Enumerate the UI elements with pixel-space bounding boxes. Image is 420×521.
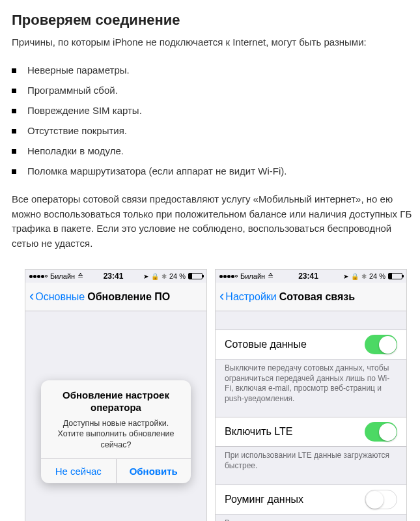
battery-percent: 24 % [169,272,186,280]
chevron-left-icon: ‹ [29,289,34,303]
nav-title: Сотовая связь [279,291,355,303]
alarm-icon: 🔒 [351,273,359,280]
location-icon: ➤ [143,273,148,280]
cellular-data-switch[interactable] [365,335,397,354]
roaming-switch[interactable] [365,490,397,509]
lte-row[interactable]: Включить LTE [216,417,406,446]
list-item: Повреждение SIM карты. [12,105,420,116]
back-button[interactable]: ‹ Настройки [219,290,277,304]
wifi-icon: ≙ [268,272,273,281]
row-label: Сотовые данные [225,339,307,350]
carrier-label: Билайн [50,272,75,280]
causes-list: Неверные параметры. Программный сбой. По… [12,64,420,176]
lte-footer: При использовании LTE данные загружаются… [216,447,406,477]
cellular-data-section: Сотовые данные [216,330,406,359]
modal-confirm-button[interactable]: Обновить [117,459,191,483]
list-item: Программный сбой. [12,85,420,96]
bluetooth-icon: ✱ [161,273,167,280]
back-label: Настройки [225,291,276,303]
back-button[interactable]: ‹ Основные [29,290,85,304]
status-bar: Билайн ≙ 23:41 ➤ 🔒 ✱ 24 % [25,270,206,283]
list-item: Поломка маршрутизатора (если аппарат не … [12,165,420,176]
body-paragraph: Все операторы сотовой связи предоставляю… [12,192,420,251]
bluetooth-icon: ✱ [361,273,367,280]
modal-title: Обновление настроек оператора [41,380,191,418]
nav-title: Обновление ПО [87,291,170,303]
status-bar: Билайн ≙ 23:41 ➤ 🔒 ✱ 24 % [216,270,406,283]
carrier-label: Билайн [240,272,265,280]
back-label: Основные [35,291,85,303]
lte-section: Включить LTE [216,417,406,447]
intro-text: Причины, по которым iPhone не подключает… [12,35,420,49]
modal-body: Доступны новые настройки. Хотите выполни… [41,418,191,459]
battery-percent: 24 % [369,272,385,280]
roaming-section: Роуминг данных [216,485,406,514]
list-item: Отсутствие покрытия. [12,125,420,136]
iphone-screenshot-cellular: Билайн ≙ 23:41 ➤ 🔒 ✱ 24 % ‹ Настройки Со… [215,269,407,521]
carrier-update-modal: Обновление настроек оператора Доступны н… [41,380,191,483]
wifi-icon: ≙ [77,272,83,281]
clock: 23:41 [104,272,124,281]
row-label: Включить LTE [225,426,292,438]
iphone-screenshot-update: Билайн ≙ 23:41 ➤ 🔒 ✱ 24 % ‹ Основные Обн… [25,269,207,521]
roaming-footer: Выключите роуминг данных, находясь за гр… [216,514,406,521]
roaming-row[interactable]: Роуминг данных [216,485,406,514]
battery-icon [188,273,203,279]
nav-header: ‹ Основные Обновление ПО [25,283,206,311]
list-item: Неверные параметры. [12,64,420,76]
screenshots-row: Билайн ≙ 23:41 ➤ 🔒 ✱ 24 % ‹ Основные Обн… [12,269,420,521]
page-heading: Проверяем соединение [12,12,420,29]
cellular-data-footer: Выключите передачу сотовых данных, чтобы… [216,359,406,410]
clock: 23:41 [298,272,318,281]
location-icon: ➤ [343,273,348,280]
list-item: Неполадки в модуле. [12,145,420,156]
row-label: Роуминг данных [225,494,303,505]
signal-dots-icon [29,275,48,278]
battery-icon [388,273,402,279]
nav-header: ‹ Настройки Сотовая связь [216,283,406,311]
cellular-data-row[interactable]: Сотовые данные [216,330,406,359]
signal-dots-icon [219,275,238,278]
lte-switch[interactable] [365,422,397,442]
modal-cancel-button[interactable]: Не сейчас [41,459,117,483]
alarm-icon: 🔒 [151,273,159,280]
chevron-left-icon: ‹ [219,289,224,303]
